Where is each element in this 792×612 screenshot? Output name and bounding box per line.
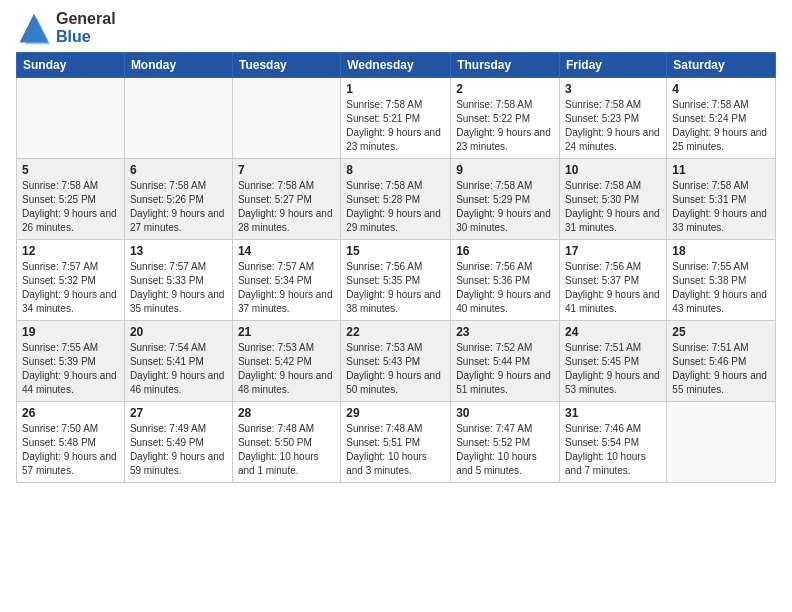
day-info: Sunrise: 7:58 AM Sunset: 5:28 PM Dayligh… bbox=[346, 179, 445, 235]
day-number: 15 bbox=[346, 244, 445, 258]
day-number: 1 bbox=[346, 82, 445, 96]
day-info: Sunrise: 7:58 AM Sunset: 5:26 PM Dayligh… bbox=[130, 179, 227, 235]
calendar-cell: 29Sunrise: 7:48 AM Sunset: 5:51 PM Dayli… bbox=[341, 402, 451, 483]
day-number: 11 bbox=[672, 163, 770, 177]
calendar-cell: 17Sunrise: 7:56 AM Sunset: 5:37 PM Dayli… bbox=[560, 240, 667, 321]
calendar-cell: 1Sunrise: 7:58 AM Sunset: 5:21 PM Daylig… bbox=[341, 78, 451, 159]
day-number: 8 bbox=[346, 163, 445, 177]
day-info: Sunrise: 7:46 AM Sunset: 5:54 PM Dayligh… bbox=[565, 422, 661, 478]
day-info: Sunrise: 7:58 AM Sunset: 5:21 PM Dayligh… bbox=[346, 98, 445, 154]
calendar-cell: 18Sunrise: 7:55 AM Sunset: 5:38 PM Dayli… bbox=[667, 240, 776, 321]
calendar-cell: 27Sunrise: 7:49 AM Sunset: 5:49 PM Dayli… bbox=[124, 402, 232, 483]
day-info: Sunrise: 7:58 AM Sunset: 5:23 PM Dayligh… bbox=[565, 98, 661, 154]
calendar-cell: 7Sunrise: 7:58 AM Sunset: 5:27 PM Daylig… bbox=[232, 159, 340, 240]
calendar-cell: 9Sunrise: 7:58 AM Sunset: 5:29 PM Daylig… bbox=[451, 159, 560, 240]
calendar-cell: 23Sunrise: 7:52 AM Sunset: 5:44 PM Dayli… bbox=[451, 321, 560, 402]
calendar-cell: 19Sunrise: 7:55 AM Sunset: 5:39 PM Dayli… bbox=[17, 321, 125, 402]
day-number: 10 bbox=[565, 163, 661, 177]
day-info: Sunrise: 7:52 AM Sunset: 5:44 PM Dayligh… bbox=[456, 341, 554, 397]
day-info: Sunrise: 7:47 AM Sunset: 5:52 PM Dayligh… bbox=[456, 422, 554, 478]
calendar-cell: 2Sunrise: 7:58 AM Sunset: 5:22 PM Daylig… bbox=[451, 78, 560, 159]
day-number: 16 bbox=[456, 244, 554, 258]
day-number: 13 bbox=[130, 244, 227, 258]
day-number: 7 bbox=[238, 163, 335, 177]
day-number: 30 bbox=[456, 406, 554, 420]
week-row-5: 26Sunrise: 7:50 AM Sunset: 5:48 PM Dayli… bbox=[17, 402, 776, 483]
logo-blue: Blue bbox=[56, 28, 116, 46]
calendar-cell: 6Sunrise: 7:58 AM Sunset: 5:26 PM Daylig… bbox=[124, 159, 232, 240]
day-info: Sunrise: 7:58 AM Sunset: 5:27 PM Dayligh… bbox=[238, 179, 335, 235]
week-row-4: 19Sunrise: 7:55 AM Sunset: 5:39 PM Dayli… bbox=[17, 321, 776, 402]
day-info: Sunrise: 7:55 AM Sunset: 5:38 PM Dayligh… bbox=[672, 260, 770, 316]
calendar-cell: 14Sunrise: 7:57 AM Sunset: 5:34 PM Dayli… bbox=[232, 240, 340, 321]
day-info: Sunrise: 7:53 AM Sunset: 5:43 PM Dayligh… bbox=[346, 341, 445, 397]
day-info: Sunrise: 7:49 AM Sunset: 5:49 PM Dayligh… bbox=[130, 422, 227, 478]
day-number: 3 bbox=[565, 82, 661, 96]
weekday-header-row: SundayMondayTuesdayWednesdayThursdayFrid… bbox=[17, 53, 776, 78]
day-number: 12 bbox=[22, 244, 119, 258]
calendar-cell bbox=[232, 78, 340, 159]
calendar-cell: 11Sunrise: 7:58 AM Sunset: 5:31 PM Dayli… bbox=[667, 159, 776, 240]
day-number: 20 bbox=[130, 325, 227, 339]
day-number: 4 bbox=[672, 82, 770, 96]
logo-general: General bbox=[56, 10, 116, 28]
weekday-monday: Monday bbox=[124, 53, 232, 78]
day-info: Sunrise: 7:53 AM Sunset: 5:42 PM Dayligh… bbox=[238, 341, 335, 397]
calendar-cell bbox=[124, 78, 232, 159]
day-info: Sunrise: 7:56 AM Sunset: 5:36 PM Dayligh… bbox=[456, 260, 554, 316]
calendar-cell bbox=[667, 402, 776, 483]
weekday-sunday: Sunday bbox=[17, 53, 125, 78]
day-info: Sunrise: 7:58 AM Sunset: 5:22 PM Dayligh… bbox=[456, 98, 554, 154]
day-number: 29 bbox=[346, 406, 445, 420]
calendar-cell: 20Sunrise: 7:54 AM Sunset: 5:41 PM Dayli… bbox=[124, 321, 232, 402]
day-number: 14 bbox=[238, 244, 335, 258]
calendar-cell: 22Sunrise: 7:53 AM Sunset: 5:43 PM Dayli… bbox=[341, 321, 451, 402]
day-info: Sunrise: 7:48 AM Sunset: 5:50 PM Dayligh… bbox=[238, 422, 335, 478]
calendar-cell: 10Sunrise: 7:58 AM Sunset: 5:30 PM Dayli… bbox=[560, 159, 667, 240]
header: General Blue bbox=[16, 10, 776, 46]
weekday-friday: Friday bbox=[560, 53, 667, 78]
day-number: 2 bbox=[456, 82, 554, 96]
day-number: 18 bbox=[672, 244, 770, 258]
day-info: Sunrise: 7:56 AM Sunset: 5:35 PM Dayligh… bbox=[346, 260, 445, 316]
day-info: Sunrise: 7:51 AM Sunset: 5:46 PM Dayligh… bbox=[672, 341, 770, 397]
calendar-cell: 25Sunrise: 7:51 AM Sunset: 5:46 PM Dayli… bbox=[667, 321, 776, 402]
weekday-thursday: Thursday bbox=[451, 53, 560, 78]
logo-area: General Blue bbox=[16, 10, 116, 46]
week-row-2: 5Sunrise: 7:58 AM Sunset: 5:25 PM Daylig… bbox=[17, 159, 776, 240]
day-number: 23 bbox=[456, 325, 554, 339]
day-number: 25 bbox=[672, 325, 770, 339]
day-info: Sunrise: 7:58 AM Sunset: 5:24 PM Dayligh… bbox=[672, 98, 770, 154]
day-number: 21 bbox=[238, 325, 335, 339]
day-info: Sunrise: 7:58 AM Sunset: 5:25 PM Dayligh… bbox=[22, 179, 119, 235]
day-info: Sunrise: 7:57 AM Sunset: 5:33 PM Dayligh… bbox=[130, 260, 227, 316]
weekday-wednesday: Wednesday bbox=[341, 53, 451, 78]
day-number: 26 bbox=[22, 406, 119, 420]
day-info: Sunrise: 7:56 AM Sunset: 5:37 PM Dayligh… bbox=[565, 260, 661, 316]
day-number: 19 bbox=[22, 325, 119, 339]
calendar-cell: 3Sunrise: 7:58 AM Sunset: 5:23 PM Daylig… bbox=[560, 78, 667, 159]
calendar-cell: 16Sunrise: 7:56 AM Sunset: 5:36 PM Dayli… bbox=[451, 240, 560, 321]
calendar-cell: 8Sunrise: 7:58 AM Sunset: 5:28 PM Daylig… bbox=[341, 159, 451, 240]
day-info: Sunrise: 7:54 AM Sunset: 5:41 PM Dayligh… bbox=[130, 341, 227, 397]
calendar-cell bbox=[17, 78, 125, 159]
day-info: Sunrise: 7:57 AM Sunset: 5:32 PM Dayligh… bbox=[22, 260, 119, 316]
calendar-cell: 30Sunrise: 7:47 AM Sunset: 5:52 PM Dayli… bbox=[451, 402, 560, 483]
day-info: Sunrise: 7:55 AM Sunset: 5:39 PM Dayligh… bbox=[22, 341, 119, 397]
day-info: Sunrise: 7:58 AM Sunset: 5:29 PM Dayligh… bbox=[456, 179, 554, 235]
day-info: Sunrise: 7:58 AM Sunset: 5:31 PM Dayligh… bbox=[672, 179, 770, 235]
calendar-cell: 28Sunrise: 7:48 AM Sunset: 5:50 PM Dayli… bbox=[232, 402, 340, 483]
weekday-tuesday: Tuesday bbox=[232, 53, 340, 78]
calendar-cell: 5Sunrise: 7:58 AM Sunset: 5:25 PM Daylig… bbox=[17, 159, 125, 240]
logo-text: General Blue bbox=[56, 10, 116, 45]
day-number: 31 bbox=[565, 406, 661, 420]
day-number: 17 bbox=[565, 244, 661, 258]
calendar-table: SundayMondayTuesdayWednesdayThursdayFrid… bbox=[16, 52, 776, 483]
page: General Blue SundayMondayTuesdayWednesda… bbox=[0, 0, 792, 612]
logo-icon bbox=[16, 10, 52, 46]
calendar-cell: 4Sunrise: 7:58 AM Sunset: 5:24 PM Daylig… bbox=[667, 78, 776, 159]
calendar-cell: 13Sunrise: 7:57 AM Sunset: 5:33 PM Dayli… bbox=[124, 240, 232, 321]
week-row-1: 1Sunrise: 7:58 AM Sunset: 5:21 PM Daylig… bbox=[17, 78, 776, 159]
day-info: Sunrise: 7:48 AM Sunset: 5:51 PM Dayligh… bbox=[346, 422, 445, 478]
day-number: 27 bbox=[130, 406, 227, 420]
